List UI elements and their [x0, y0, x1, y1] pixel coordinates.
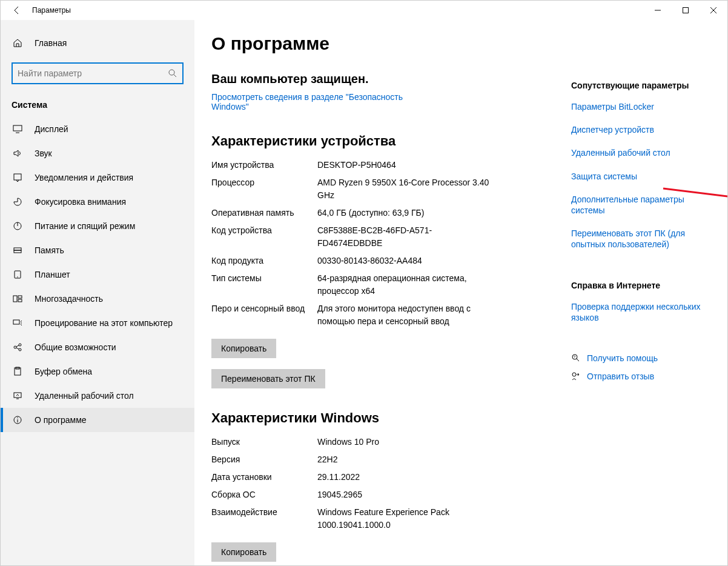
product-id-label: Код продукта: [211, 255, 317, 267]
version-label: Версия: [211, 453, 317, 466]
sidebar-item-remote-desktop[interactable]: Удаленный рабочий стол: [1, 384, 194, 408]
version-value: 22H2: [317, 453, 337, 466]
related-link-advanced-system[interactable]: Дополнительные параметры системы: [571, 194, 710, 216]
sidebar-item-clipboard[interactable]: Буфер обмена: [1, 359, 194, 384]
maximize-button[interactable]: [672, 1, 700, 20]
sidebar-item-label: Буфер обмена: [35, 367, 92, 376]
feedback-button[interactable]: Отправить отзыв: [571, 371, 710, 381]
back-button[interactable]: [8, 5, 26, 15]
minimize-button[interactable]: [644, 1, 672, 20]
feedback-label: Отправить отзыв: [587, 371, 654, 381]
sidebar-item-sound[interactable]: Звук: [1, 141, 194, 165]
svg-point-19: [14, 346, 16, 348]
svg-rect-16: [18, 296, 22, 298]
storage-icon: [12, 245, 24, 255]
related-link-bitlocker[interactable]: Параметры BitLocker: [571, 101, 710, 112]
home-icon: [12, 38, 24, 48]
security-link[interactable]: Просмотреть сведения в разделе "Безопасн…: [211, 92, 417, 112]
sidebar-item-power[interactable]: Питание и спящий режим: [1, 214, 194, 238]
window-title: Параметры: [32, 6, 71, 15]
sidebar-item-display[interactable]: Дисплей: [1, 117, 194, 141]
related-link-system-protection[interactable]: Защита системы: [571, 171, 710, 182]
svg-text:?: ?: [574, 355, 576, 359]
sidebar-item-storage[interactable]: Память: [1, 238, 194, 262]
category-label: Система: [1, 95, 194, 117]
power-icon: [12, 221, 24, 231]
related-panel: Сопутствующие параметры Параметры BitLoc…: [571, 81, 710, 390]
search-input[interactable]: [12, 62, 184, 84]
rdp-icon: [12, 391, 24, 401]
search-field[interactable]: [18, 68, 168, 78]
cpu-label: Процессор: [211, 176, 317, 202]
system-type-label: Тип системы: [211, 272, 317, 298]
sidebar-item-about[interactable]: О программе: [1, 408, 194, 432]
svg-rect-12: [14, 250, 21, 253]
copy-windows-button[interactable]: Копировать: [211, 542, 276, 562]
svg-point-30: [17, 418, 18, 418]
related-link-device-manager[interactable]: Диспетчер устройств: [571, 124, 710, 135]
system-type-value: 64-разрядная операционная система, проце…: [317, 272, 493, 298]
device-id-value: C8F5388E-BC2B-46FD-A571-FD4674EDBDBE: [317, 224, 493, 250]
help-icon: ?: [571, 353, 587, 363]
help-title: Справка в Интернете: [571, 281, 710, 290]
svg-rect-26: [14, 393, 21, 398]
shared-icon: [12, 342, 24, 352]
related-title: Сопутствующие параметры: [571, 81, 710, 90]
sidebar-item-projecting[interactable]: Проецирование на этот компьютер: [1, 311, 194, 335]
svg-rect-18: [13, 320, 19, 324]
install-date-value: 29.11.2022: [317, 471, 360, 484]
install-date-label: Дата установки: [211, 471, 317, 484]
main-content: О программе Ваш компьютер защищен. Просм…: [194, 20, 727, 565]
sidebar-item-notifications[interactable]: Уведомления и действия: [1, 165, 194, 190]
settings-window: Параметры Главная Система Дисплей Звук У…: [0, 0, 728, 566]
sidebar-item-label: Фокусировка внимания: [35, 197, 126, 207]
sidebar-item-label: Многозадачность: [35, 294, 103, 304]
help-link-multilang[interactable]: Проверка поддержки нескольких языков: [571, 301, 710, 323]
sidebar-item-label: Звук: [35, 148, 52, 158]
sidebar-item-label: Удаленный рабочий стол: [35, 391, 134, 401]
device-name-label: Имя устройства: [211, 159, 317, 171]
ram-value: 64,0 ГБ (доступно: 63,9 ГБ): [317, 207, 424, 219]
project-icon: [12, 318, 24, 328]
copy-device-button[interactable]: Копировать: [211, 339, 276, 358]
experience-value: Windows Feature Experience Pack 1000.190…: [317, 506, 493, 531]
svg-rect-17: [18, 299, 22, 302]
svg-point-33: [572, 373, 576, 376]
related-link-remote-desktop[interactable]: Удаленный рабочий стол: [571, 147, 710, 158]
svg-rect-15: [13, 296, 17, 302]
home-button[interactable]: Главная: [1, 32, 194, 54]
rename-pc-button[interactable]: Переименовать этот ПК: [211, 369, 325, 388]
notify-icon: [12, 173, 24, 182]
sidebar-item-label: Питание и спящий режим: [35, 221, 135, 231]
get-help-label: Получить помощь: [587, 353, 658, 363]
multitask-icon: [12, 294, 24, 304]
svg-point-4: [169, 70, 174, 75]
svg-rect-1: [683, 8, 689, 13]
close-button[interactable]: [700, 1, 727, 20]
edition-value: Windows 10 Pro: [317, 436, 379, 448]
sidebar-item-label: Память: [35, 245, 64, 255]
home-label: Главная: [35, 38, 67, 48]
sidebar-item-label: Дисплей: [35, 124, 68, 134]
svg-rect-6: [13, 125, 22, 131]
windows-spec-title: Характеристики Windows: [211, 410, 710, 426]
get-help-button[interactable]: ? Получить помощь: [571, 353, 710, 363]
cpu-value: AMD Ryzen 9 5950X 16-Core Processor 3.40…: [317, 176, 493, 202]
tablet-icon: [12, 270, 24, 279]
related-link-rename-pc[interactable]: Переименовать этот ПК (для опытных польз…: [571, 228, 710, 250]
ram-label: Оперативная память: [211, 207, 317, 219]
window-controls: [644, 1, 727, 20]
build-value: 19045.2965: [317, 488, 362, 501]
sidebar-item-multitasking[interactable]: Многозадачность: [1, 287, 194, 311]
svg-point-20: [19, 344, 21, 346]
svg-line-5: [174, 75, 176, 77]
device-name-value: DESKTOP-P5H0464: [317, 159, 396, 171]
sidebar-item-focus[interactable]: Фокусировка внимания: [1, 190, 194, 214]
svg-point-21: [19, 348, 21, 351]
sidebar-item-tablet[interactable]: Планшет: [1, 262, 194, 287]
sidebar-item-label: Уведомления и действия: [35, 173, 133, 182]
pen-touch-label: Перо и сенсорный ввод: [211, 302, 317, 328]
svg-point-14: [17, 276, 18, 277]
sidebar-item-label: Планшет: [35, 270, 70, 279]
sidebar-item-shared[interactable]: Общие возможности: [1, 335, 194, 359]
